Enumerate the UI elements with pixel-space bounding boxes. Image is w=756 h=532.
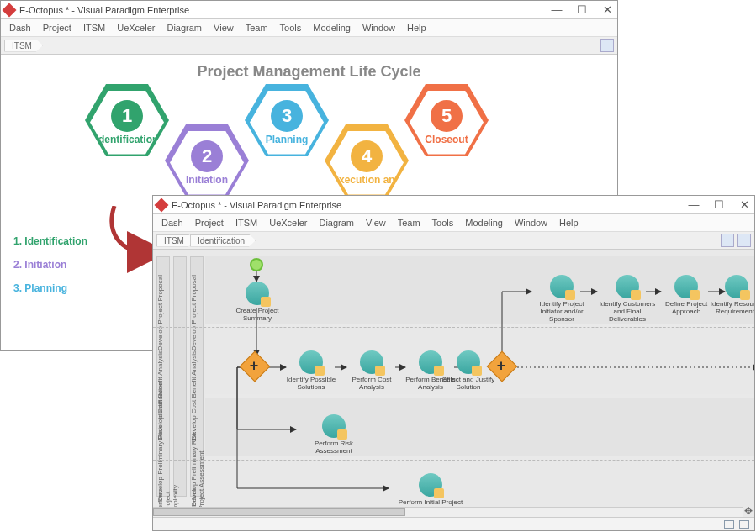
breadcrumb-itsm[interactable]: ITSM xyxy=(156,234,195,247)
view-mode-icon[interactable] xyxy=(600,39,614,52)
link-identification[interactable]: 1. Identification xyxy=(13,235,87,247)
group1-inner: Develop Project Proposal xyxy=(190,275,198,350)
task-icon xyxy=(674,275,698,298)
menu-uexceler[interactable]: UeXceler xyxy=(269,218,307,228)
task-icon xyxy=(550,275,574,298)
task-icon xyxy=(457,350,480,374)
close-button[interactable]: ✕ xyxy=(737,198,751,211)
menu-tools[interactable]: Tools xyxy=(432,218,454,228)
task-identify-customers[interactable]: Identify Customers and Final Deliverable… xyxy=(597,275,658,323)
menu-team[interactable]: Team xyxy=(398,218,420,228)
task-define-approach[interactable]: Define Project Approach xyxy=(661,275,711,315)
note-icon[interactable] xyxy=(739,520,749,529)
task-identify-initiator[interactable]: Identify Project Initiator and/or Sponso… xyxy=(531,275,592,323)
menubar: Dash Project ITSM UeXceler Diagram View … xyxy=(153,214,754,231)
menu-help[interactable]: Help xyxy=(559,218,579,228)
minimize-button[interactable]: — xyxy=(687,198,700,211)
task-icon xyxy=(246,282,269,305)
minimize-button[interactable]: — xyxy=(550,3,563,16)
start-event[interactable] xyxy=(250,258,263,271)
mail-icon[interactable] xyxy=(724,520,734,529)
task-icon xyxy=(419,473,442,497)
statusbar xyxy=(153,517,754,530)
lane-strip[interactable] xyxy=(173,256,187,497)
task-identify-solutions[interactable]: Identify Possible Solutions xyxy=(286,350,336,391)
menu-window[interactable]: Window xyxy=(362,23,395,33)
menu-modeling[interactable]: Modeling xyxy=(313,23,351,33)
menu-itsm[interactable]: ITSM xyxy=(83,23,105,33)
link-initiation[interactable]: 2. Initiation xyxy=(13,259,87,271)
group1-outer: Develop Project Proposal xyxy=(156,275,164,350)
app-logo-icon xyxy=(155,198,169,212)
window-title: E-Octopus * - Visual Paradigm Enterprise xyxy=(19,5,550,15)
pan-handle-icon[interactable]: ✥ xyxy=(743,505,754,517)
hex-initiation[interactable]: 2Initiation xyxy=(165,124,249,197)
view-mode-icon[interactable] xyxy=(737,234,751,247)
close-button[interactable]: ✕ xyxy=(600,3,614,16)
maximize-button[interactable]: ☐ xyxy=(575,3,589,16)
window-identification-diagram: E-Octopus * - Visual Paradigm Enterprise… xyxy=(152,195,755,531)
window-title: E-Octopus * - Visual Paradigm Enterprise xyxy=(172,200,687,210)
hex-closeout[interactable]: 5Closeout xyxy=(404,84,489,156)
hex-execution[interactable]: 4Execution and xyxy=(325,124,409,197)
canvas-bpmn[interactable]: Identification Develop Project Proposal … xyxy=(153,250,754,517)
titlebar[interactable]: E-Octopus * - Visual Paradigm Enterprise… xyxy=(153,196,754,214)
task-icon xyxy=(725,275,748,298)
menu-diagram[interactable]: Diagram xyxy=(167,23,202,33)
task-perform-cost[interactable]: Perform Cost Analysis xyxy=(346,350,397,391)
menu-help[interactable]: Help xyxy=(407,23,426,33)
menu-uexceler[interactable]: UeXceler xyxy=(117,23,155,33)
breadcrumb-identification[interactable]: Identification xyxy=(190,234,256,247)
hex-planning[interactable]: 3Planning xyxy=(245,84,329,156)
breadcrumb-itsm[interactable]: ITSM xyxy=(4,40,43,52)
task-icon xyxy=(299,350,323,374)
app-logo-icon xyxy=(3,3,17,17)
menu-dash[interactable]: Dash xyxy=(9,23,31,33)
link-planning[interactable]: 3. Planning xyxy=(13,282,87,294)
task-icon xyxy=(360,350,383,374)
breadcrumb-bar: ITSM xyxy=(1,36,617,55)
scrollbar-thumb[interactable] xyxy=(153,508,405,516)
menu-tools[interactable]: Tools xyxy=(280,23,302,33)
menu-dash[interactable]: Dash xyxy=(161,218,183,228)
menu-window[interactable]: Window xyxy=(515,218,547,228)
maximize-button[interactable]: ☐ xyxy=(712,198,726,211)
hex-identification[interactable]: 1Identification xyxy=(85,84,169,156)
menu-project[interactable]: Project xyxy=(195,218,224,228)
titlebar[interactable]: E-Octopus * - Visual Paradigm Enterprise… xyxy=(1,1,617,19)
menu-modeling[interactable]: Modeling xyxy=(465,218,503,228)
layout-icon[interactable] xyxy=(721,234,734,247)
task-icon xyxy=(322,414,346,438)
side-links: 1. Identification 2. Initiation 3. Plann… xyxy=(13,235,87,294)
menu-view[interactable]: View xyxy=(214,23,234,33)
task-select-solution[interactable]: Select and Justify Solution xyxy=(439,350,498,391)
task-identify-resources[interactable]: Identify Resource Requirements xyxy=(710,275,754,315)
menu-project[interactable]: Project xyxy=(43,23,71,33)
menu-view[interactable]: View xyxy=(366,218,386,228)
page-title: Project Management Life Cycle xyxy=(18,63,600,81)
menu-team[interactable]: Team xyxy=(246,23,268,33)
horizontal-scrollbar[interactable] xyxy=(153,507,743,517)
menu-diagram[interactable]: Diagram xyxy=(319,218,354,228)
menubar: Dash Project ITSM UeXceler Diagram View … xyxy=(1,19,617,36)
menu-itsm[interactable]: ITSM xyxy=(235,218,257,228)
breadcrumb-bar: ITSM Identification xyxy=(153,231,754,250)
task-icon xyxy=(616,275,639,298)
task-create-project-summary[interactable]: Create Project Summary xyxy=(232,282,283,322)
task-risk-assessment[interactable]: Perform Risk Assessment xyxy=(296,414,372,455)
